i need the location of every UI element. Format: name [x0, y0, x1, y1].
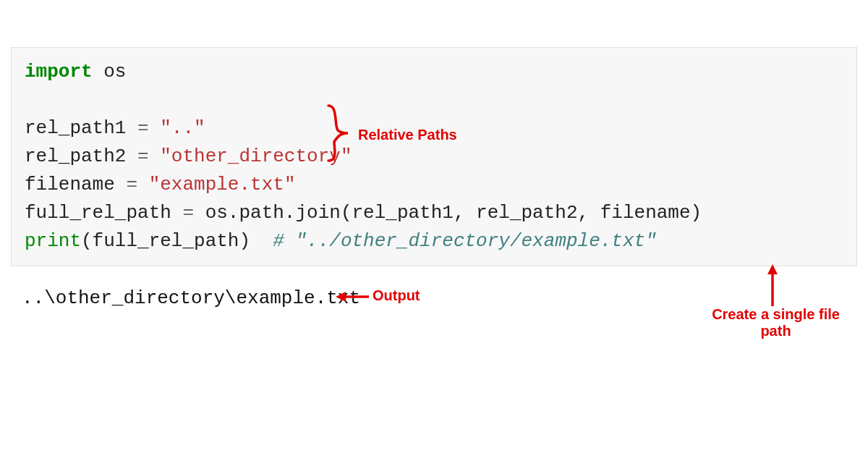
- var-filename: filename: [25, 174, 126, 195]
- var-full-rel-path: full_rel_path: [25, 202, 182, 224]
- curly-brace-icon: [325, 104, 350, 162]
- code-line-6: full_rel_path = os.path.join(rel_path1, …: [25, 199, 843, 227]
- annotation-relative-paths: Relative Paths: [358, 127, 457, 143]
- svg-marker-3: [767, 264, 778, 274]
- annotation-output: Output: [373, 287, 420, 304]
- equals: =: [126, 174, 137, 195]
- code-line-4: rel_path2 = "other_directory": [25, 143, 843, 171]
- code-line-1: import os: [25, 58, 843, 86]
- code-block: import os rel_path1 = ".." rel_path2 = "…: [11, 47, 857, 266]
- equals: =: [137, 117, 149, 139]
- code-line-5: filename = "example.txt": [25, 171, 843, 199]
- var-rel-path1: rel_path1: [25, 117, 137, 139]
- equals: =: [182, 202, 194, 224]
- equals: =: [137, 145, 149, 167]
- svg-marker-1: [336, 292, 346, 302]
- code-line-7: print(full_rel_path) # "../other_directo…: [25, 227, 843, 256]
- keyword-import: import: [25, 61, 93, 83]
- var-rel-path2: rel_path2: [25, 145, 137, 167]
- code-line-blank: [25, 86, 843, 114]
- arrow-left-icon: [336, 287, 369, 306]
- module-os: os: [93, 61, 127, 83]
- string-example-txt: "example.txt": [137, 174, 295, 195]
- builtin-print: print: [25, 230, 81, 252]
- string-other-directory: "other_directory": [149, 145, 352, 167]
- output-text: ..\other_directory\example.txt: [22, 287, 360, 309]
- print-args: (full_rel_path): [81, 230, 273, 252]
- comment-expected-output: # "../other_directory/example.txt": [273, 230, 657, 252]
- string-dotdot: "..": [149, 117, 205, 139]
- annotation-single-file-path: Create a single file path: [705, 306, 846, 339]
- arrow-up-icon: [763, 264, 782, 306]
- os-path-join-call: os.path.join(rel_path1, rel_path2, filen…: [194, 202, 702, 224]
